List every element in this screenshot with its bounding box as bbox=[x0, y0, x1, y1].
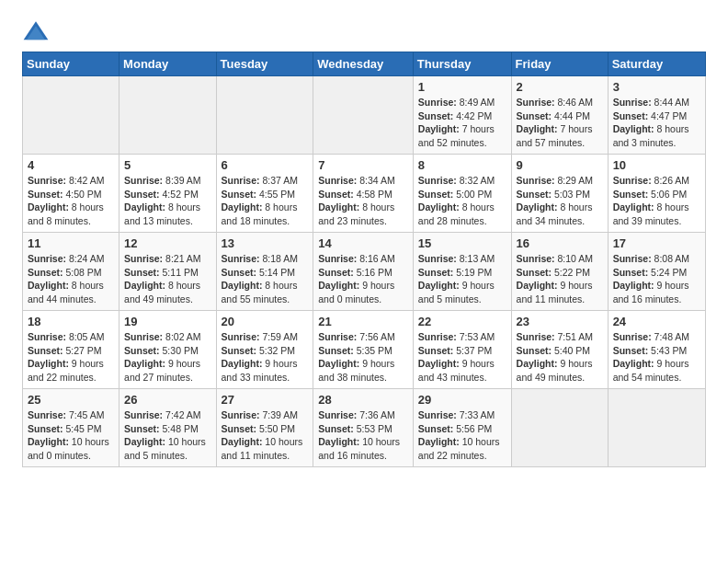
day-cell: 17Sunrise: 8:08 AMSunset: 5:24 PMDayligh… bbox=[608, 233, 705, 311]
day-info: Sunrise: 8:42 AMSunset: 4:50 PMDaylight:… bbox=[28, 174, 114, 228]
day-number: 14 bbox=[318, 236, 408, 250]
day-info: Sunrise: 7:59 AMSunset: 5:32 PMDaylight:… bbox=[222, 330, 309, 385]
day-cell: 19Sunrise: 8:02 AMSunset: 5:30 PMDayligh… bbox=[119, 311, 216, 389]
day-cell: 7Sunrise: 8:34 AMSunset: 4:58 PMDaylight… bbox=[313, 155, 414, 233]
day-cell: 9Sunrise: 8:29 AMSunset: 5:03 PMDaylight… bbox=[511, 155, 608, 233]
day-cell: 27Sunrise: 7:39 AMSunset: 5:50 PMDayligh… bbox=[216, 389, 313, 467]
day-number: 13 bbox=[222, 236, 309, 250]
day-cell bbox=[119, 76, 216, 155]
day-cell: 26Sunrise: 7:42 AMSunset: 5:48 PMDayligh… bbox=[119, 389, 216, 467]
calendar-table: SundayMondayTuesdayWednesdayThursdayFrid… bbox=[22, 52, 706, 467]
day-number: 27 bbox=[222, 393, 309, 407]
day-info: Sunrise: 8:46 AMSunset: 4:44 PMDaylight:… bbox=[517, 96, 603, 150]
day-cell: 1Sunrise: 8:49 AMSunset: 4:42 PMDaylight… bbox=[413, 76, 511, 155]
day-info: Sunrise: 7:48 AMSunset: 5:43 PMDaylight:… bbox=[613, 330, 700, 385]
day-info: Sunrise: 8:16 AMSunset: 5:16 PMDaylight:… bbox=[318, 252, 408, 306]
day-cell: 29Sunrise: 7:33 AMSunset: 5:56 PMDayligh… bbox=[413, 389, 511, 467]
day-info: Sunrise: 8:10 AMSunset: 5:22 PMDaylight:… bbox=[517, 252, 603, 306]
day-number: 5 bbox=[124, 158, 210, 172]
day-cell: 3Sunrise: 8:44 AMSunset: 4:47 PMDaylight… bbox=[608, 76, 705, 155]
day-info: Sunrise: 8:32 AMSunset: 5:00 PMDaylight:… bbox=[418, 174, 506, 228]
header-day-friday: Friday bbox=[511, 52, 608, 76]
day-cell: 16Sunrise: 8:10 AMSunset: 5:22 PMDayligh… bbox=[511, 233, 608, 311]
day-number: 18 bbox=[28, 315, 114, 328]
week-row-3: 18Sunrise: 8:05 AMSunset: 5:27 PMDayligh… bbox=[23, 311, 706, 389]
day-number: 1 bbox=[418, 80, 506, 94]
day-info: Sunrise: 8:18 AMSunset: 5:14 PMDaylight:… bbox=[222, 252, 309, 306]
day-number: 21 bbox=[318, 315, 408, 328]
day-info: Sunrise: 7:56 AMSunset: 5:35 PMDaylight:… bbox=[318, 330, 408, 385]
day-number: 3 bbox=[613, 80, 700, 94]
day-info: Sunrise: 8:37 AMSunset: 4:55 PMDaylight:… bbox=[222, 174, 309, 228]
day-number: 2 bbox=[517, 80, 603, 94]
day-info: Sunrise: 7:45 AMSunset: 5:45 PMDaylight:… bbox=[28, 408, 114, 463]
day-number: 10 bbox=[613, 158, 700, 172]
day-info: Sunrise: 8:34 AMSunset: 4:58 PMDaylight:… bbox=[318, 174, 408, 228]
day-cell bbox=[23, 76, 119, 155]
day-info: Sunrise: 7:51 AMSunset: 5:40 PMDaylight:… bbox=[517, 330, 603, 385]
day-info: Sunrise: 8:02 AMSunset: 5:30 PMDaylight:… bbox=[124, 330, 210, 385]
header-day-sunday: Sunday bbox=[23, 52, 119, 76]
day-info: Sunrise: 7:53 AMSunset: 5:37 PMDaylight:… bbox=[418, 330, 506, 385]
header-day-thursday: Thursday bbox=[413, 52, 511, 76]
day-info: Sunrise: 8:39 AMSunset: 4:52 PMDaylight:… bbox=[124, 174, 210, 228]
logo-icon bbox=[22, 18, 50, 46]
day-cell bbox=[511, 389, 608, 467]
day-number: 22 bbox=[418, 315, 506, 328]
day-number: 24 bbox=[613, 315, 700, 328]
week-row-1: 4Sunrise: 8:42 AMSunset: 4:50 PMDaylight… bbox=[23, 155, 706, 233]
day-cell: 11Sunrise: 8:24 AMSunset: 5:08 PMDayligh… bbox=[23, 233, 119, 311]
day-info: Sunrise: 8:26 AMSunset: 5:06 PMDaylight:… bbox=[613, 174, 700, 228]
day-cell: 20Sunrise: 7:59 AMSunset: 5:32 PMDayligh… bbox=[216, 311, 313, 389]
day-number: 15 bbox=[418, 236, 506, 250]
header-day-saturday: Saturday bbox=[608, 52, 705, 76]
day-info: Sunrise: 8:08 AMSunset: 5:24 PMDaylight:… bbox=[613, 252, 700, 306]
day-info: Sunrise: 8:05 AMSunset: 5:27 PMDaylight:… bbox=[28, 330, 114, 385]
day-info: Sunrise: 8:44 AMSunset: 4:47 PMDaylight:… bbox=[613, 96, 700, 150]
day-info: Sunrise: 8:24 AMSunset: 5:08 PMDaylight:… bbox=[28, 252, 114, 306]
day-number: 4 bbox=[28, 158, 114, 172]
day-number: 16 bbox=[517, 236, 603, 250]
day-cell: 8Sunrise: 8:32 AMSunset: 5:00 PMDaylight… bbox=[413, 155, 511, 233]
day-number: 19 bbox=[124, 315, 210, 328]
header bbox=[22, 18, 706, 46]
day-cell bbox=[608, 389, 705, 467]
day-info: Sunrise: 8:21 AMSunset: 5:11 PMDaylight:… bbox=[124, 252, 210, 306]
day-cell: 25Sunrise: 7:45 AMSunset: 5:45 PMDayligh… bbox=[23, 389, 119, 467]
day-number: 25 bbox=[28, 393, 114, 407]
day-number: 29 bbox=[418, 393, 506, 407]
header-day-wednesday: Wednesday bbox=[313, 52, 414, 76]
day-info: Sunrise: 8:13 AMSunset: 5:19 PMDaylight:… bbox=[418, 252, 506, 306]
day-number: 20 bbox=[222, 315, 309, 328]
logo bbox=[22, 18, 53, 46]
day-info: Sunrise: 7:33 AMSunset: 5:56 PMDaylight:… bbox=[418, 408, 506, 463]
header-row: SundayMondayTuesdayWednesdayThursdayFrid… bbox=[23, 52, 706, 76]
week-row-2: 11Sunrise: 8:24 AMSunset: 5:08 PMDayligh… bbox=[23, 233, 706, 311]
header-day-tuesday: Tuesday bbox=[216, 52, 313, 76]
calendar-body: 1Sunrise: 8:49 AMSunset: 4:42 PMDaylight… bbox=[23, 76, 706, 467]
day-info: Sunrise: 8:29 AMSunset: 5:03 PMDaylight:… bbox=[517, 174, 603, 228]
day-cell: 18Sunrise: 8:05 AMSunset: 5:27 PMDayligh… bbox=[23, 311, 119, 389]
day-info: Sunrise: 8:49 AMSunset: 4:42 PMDaylight:… bbox=[418, 96, 506, 150]
day-cell: 24Sunrise: 7:48 AMSunset: 5:43 PMDayligh… bbox=[608, 311, 705, 389]
day-number: 28 bbox=[318, 393, 408, 407]
day-cell bbox=[313, 76, 414, 155]
day-cell: 10Sunrise: 8:26 AMSunset: 5:06 PMDayligh… bbox=[608, 155, 705, 233]
day-number: 26 bbox=[124, 393, 210, 407]
day-cell bbox=[216, 76, 313, 155]
page: SundayMondayTuesdayWednesdayThursdayFrid… bbox=[0, 0, 728, 482]
day-cell: 22Sunrise: 7:53 AMSunset: 5:37 PMDayligh… bbox=[413, 311, 511, 389]
calendar-header: SundayMondayTuesdayWednesdayThursdayFrid… bbox=[23, 52, 706, 76]
day-number: 6 bbox=[222, 158, 309, 172]
day-number: 23 bbox=[517, 315, 603, 328]
day-number: 17 bbox=[613, 236, 700, 250]
day-cell: 2Sunrise: 8:46 AMSunset: 4:44 PMDaylight… bbox=[511, 76, 608, 155]
day-cell: 4Sunrise: 8:42 AMSunset: 4:50 PMDaylight… bbox=[23, 155, 119, 233]
day-cell: 23Sunrise: 7:51 AMSunset: 5:40 PMDayligh… bbox=[511, 311, 608, 389]
day-cell: 13Sunrise: 8:18 AMSunset: 5:14 PMDayligh… bbox=[216, 233, 313, 311]
day-number: 8 bbox=[418, 158, 506, 172]
day-number: 11 bbox=[28, 236, 114, 250]
day-number: 9 bbox=[517, 158, 603, 172]
day-cell: 12Sunrise: 8:21 AMSunset: 5:11 PMDayligh… bbox=[119, 233, 216, 311]
day-cell: 28Sunrise: 7:36 AMSunset: 5:53 PMDayligh… bbox=[313, 389, 414, 467]
